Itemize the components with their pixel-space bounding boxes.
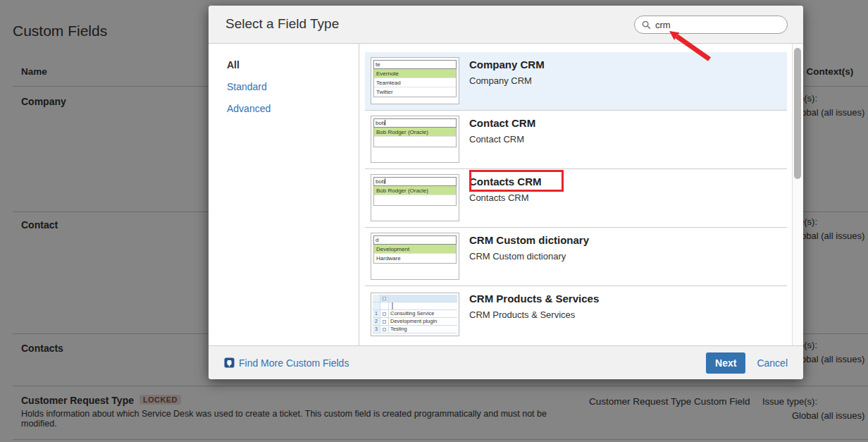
- field-type-title: CRM Custom dictionary: [469, 234, 589, 246]
- preview-row-label: Testing: [389, 326, 457, 333]
- preview-options: Bob Rodger (Oracle): [373, 186, 457, 206]
- field-preview-image: 1 Consulting Service 2 Development plugi…: [371, 293, 459, 336]
- preview-input: te: [373, 60, 457, 69]
- field-search-box[interactable]: [634, 16, 788, 34]
- search-icon: [642, 20, 651, 30]
- field-type-title: Contact CRM: [469, 117, 535, 129]
- field-type-title: Contacts CRM: [469, 176, 542, 188]
- field-preview-image: bob Bob Rodger (Oracle): [371, 174, 459, 221]
- field-type-contact-crm[interactable]: bob Bob Rodger (Oracle) Contact CRM Cont…: [365, 111, 787, 169]
- cancel-link[interactable]: Cancel: [757, 357, 788, 369]
- checkbox-icon: [380, 310, 389, 317]
- preview-option: Evernote: [374, 69, 456, 78]
- field-type-title: Company CRM: [469, 59, 545, 70]
- field-preview-image: bob Bob Rodger (Oracle): [371, 116, 459, 163]
- preview-option: Development: [374, 245, 456, 254]
- sidebar-item-advanced[interactable]: Advanced: [227, 103, 359, 114]
- preview-option: Twitter: [374, 87, 456, 97]
- dialog-body: All Standard Advanced te Evernote Teamle…: [209, 44, 803, 345]
- field-type-description: Contacts CRM: [469, 192, 542, 203]
- preview-options: Evernote Teamlead Twitter: [373, 69, 457, 97]
- sidebar-item-standard[interactable]: Standard: [227, 81, 359, 92]
- preview-row-label: Consulting Service: [389, 310, 457, 317]
- dialog-sidebar: All Standard Advanced: [209, 44, 359, 345]
- preview-options: Development Hardware: [373, 245, 457, 264]
- field-preview-image: te Evernote Teamlead Twitter: [371, 57, 459, 104]
- dialog-header: Select a Field Type: [209, 6, 803, 44]
- find-more-label: Find More Custom Fields: [239, 357, 349, 369]
- preview-input: d: [373, 235, 457, 245]
- preview-option: [374, 195, 456, 205]
- preview-option: Bob Rodger (Oracle): [374, 128, 456, 137]
- checkbox-icon: [380, 326, 389, 333]
- preview-option: [374, 137, 456, 147]
- field-type-description: CRM Products & Services: [469, 309, 599, 320]
- preview-options: Bob Rodger (Oracle): [373, 128, 457, 147]
- find-more-custom-fields-link[interactable]: Find More Custom Fields: [224, 357, 349, 369]
- field-type-title: CRM Products & Services: [469, 293, 599, 305]
- preview-input: bob: [373, 118, 457, 128]
- preview-option: Hardware: [374, 254, 456, 263]
- marketplace-addon-icon: [224, 357, 235, 368]
- field-type-description: Contact CRM: [469, 134, 535, 145]
- field-type-contacts-crm[interactable]: bob Bob Rodger (Oracle) Contacts CRM Con…: [365, 169, 787, 228]
- select-field-type-dialog: Select a Field Type All Standard Advance…: [209, 6, 803, 379]
- preview-option: Bob Rodger (Oracle): [374, 186, 456, 195]
- field-type-crm-custom-dictionary[interactable]: d Development Hardware CRM Custom dictio…: [365, 228, 787, 286]
- field-type-crm-products-services[interactable]: 1 Consulting Service 2 Development plugi…: [365, 286, 787, 345]
- next-button[interactable]: Next: [706, 352, 745, 374]
- search-input[interactable]: [655, 20, 780, 30]
- preview-option: Teamlead: [374, 78, 456, 87]
- scrollbar-track[interactable]: [792, 44, 803, 345]
- checkbox-icon: [380, 318, 389, 325]
- field-type-list-container: te Evernote Teamlead Twitter Company CRM…: [359, 44, 803, 345]
- dialog-footer: Find More Custom Fields Next Cancel: [209, 345, 803, 379]
- preview-row-label: Development plugin: [389, 318, 457, 325]
- field-type-list: te Evernote Teamlead Twitter Company CRM…: [365, 52, 787, 345]
- scrollbar-thumb[interactable]: [794, 48, 801, 179]
- field-type-company-crm[interactable]: te Evernote Teamlead Twitter Company CRM…: [365, 52, 787, 111]
- dialog-title: Select a Field Type: [225, 16, 339, 32]
- field-type-description: CRM Custom dictionary: [469, 251, 589, 262]
- preview-input: bob: [373, 177, 457, 186]
- sidebar-item-all[interactable]: All: [227, 59, 359, 70]
- field-preview-image: d Development Hardware: [371, 233, 459, 280]
- checkbox-icon: [380, 295, 389, 302]
- field-type-description: Company CRM: [469, 75, 545, 86]
